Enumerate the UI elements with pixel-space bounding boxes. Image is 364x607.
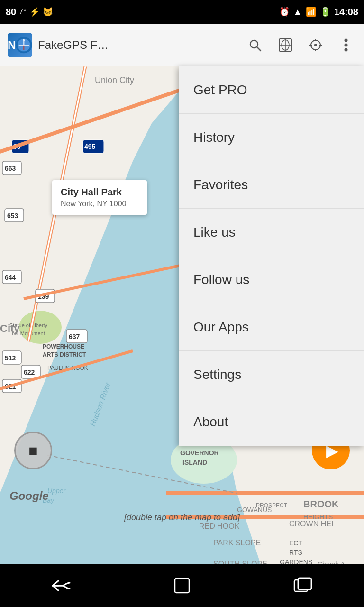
- menu-item-our-apps[interactable]: Our Apps: [179, 304, 364, 351]
- menu-item-about[interactable]: About: [179, 398, 364, 446]
- svg-text:Church A: Church A: [318, 561, 345, 564]
- menu-item-favorites[interactable]: Favorites: [179, 161, 364, 209]
- svg-line-8: [257, 47, 261, 51]
- location-button[interactable]: [305, 35, 326, 55]
- svg-rect-90: [175, 579, 189, 593]
- svg-text:495: 495: [84, 143, 96, 150]
- battery-level: 80: [6, 7, 16, 18]
- svg-text:PROSPECT: PROSPECT: [256, 502, 288, 509]
- notification-icon: 🐱: [43, 7, 53, 17]
- svg-text:653: 653: [7, 212, 18, 220]
- svg-text:ARTS DISTRICT: ARTS DISTRICT: [43, 351, 86, 358]
- battery-icon: 🔋: [320, 7, 330, 17]
- action-bar: N FakeGPS F…: [0, 24, 364, 66]
- svg-text:GOVERNOR: GOVERNOR: [180, 449, 219, 457]
- status-bar: 80 7° ⚡ 🐱 ⏰ ▲ 📶 🔋 14:08: [0, 0, 364, 24]
- svg-text:644: 644: [5, 274, 16, 281]
- place-name: City Hall Park: [61, 187, 138, 198]
- svg-text:ISLAND: ISLAND: [182, 459, 207, 466]
- svg-text:Upper: Upper: [47, 487, 66, 495]
- recents-button[interactable]: [280, 571, 327, 600]
- alarm-icon: ⏰: [279, 7, 290, 17]
- svg-text:SOUTH SLOPE: SOUTH SLOPE: [213, 560, 267, 564]
- svg-text:City: City: [0, 322, 20, 334]
- map-info-card: City Hall Park New York, NY 1000: [52, 180, 147, 215]
- search-button[interactable]: [245, 35, 265, 55]
- menu-item-follow-us[interactable]: Follow us: [179, 256, 364, 304]
- svg-text:663: 663: [5, 165, 16, 172]
- app-title: FakeGPS F…: [38, 38, 245, 52]
- svg-text:637: 637: [69, 333, 80, 340]
- menu-item-history[interactable]: History: [179, 114, 364, 161]
- svg-text:512: 512: [5, 354, 16, 362]
- menu-item-like-us[interactable]: Like us: [179, 209, 364, 256]
- svg-text:RTS: RTS: [289, 549, 302, 556]
- dropdown-menu: Get PRO History Favorites Like us Follow…: [179, 66, 364, 446]
- home-button[interactable]: [158, 571, 206, 600]
- svg-text:ECT: ECT: [289, 539, 302, 547]
- back-button[interactable]: [37, 571, 84, 600]
- svg-text:RED HOOK: RED HOOK: [199, 522, 240, 530]
- nav-bar: [0, 564, 364, 607]
- google-brand: Google: [9, 489, 49, 503]
- more-button[interactable]: [336, 35, 356, 55]
- svg-text:Union City: Union City: [95, 75, 134, 85]
- svg-text:GARDENS: GARDENS: [280, 558, 312, 564]
- svg-text:PARK SLOPE: PARK SLOPE: [213, 539, 261, 547]
- double-tap-hint: [double tap on the map to add]: [0, 513, 364, 523]
- menu-item-settings[interactable]: Settings: [179, 351, 364, 398]
- svg-point-20: [345, 43, 348, 46]
- time-display: 14:08: [334, 7, 358, 18]
- signal-icon: 📶: [306, 7, 316, 17]
- place-address: New York, NY 1000: [61, 200, 138, 208]
- svg-point-21: [345, 48, 348, 51]
- menu-item-get-pro[interactable]: Get PRO: [179, 66, 364, 114]
- svg-point-14: [314, 44, 317, 46]
- svg-text:BROOK: BROOK: [303, 499, 339, 509]
- stop-button[interactable]: [14, 432, 52, 469]
- action-icons: [245, 35, 356, 55]
- svg-text:N: N: [23, 39, 25, 42]
- wifi-icon: ▲: [293, 7, 302, 17]
- svg-rect-92: [298, 578, 311, 589]
- app-logo: N: [8, 33, 32, 57]
- lightning-icon: ⚡: [29, 7, 40, 17]
- status-right: ⏰ ▲ 📶 🔋 14:08: [279, 7, 358, 18]
- status-left: 80 7° ⚡ 🐱: [6, 7, 53, 18]
- temperature: 7°: [19, 8, 26, 16]
- map-button[interactable]: [275, 35, 296, 55]
- svg-text:622: 622: [24, 368, 35, 376]
- svg-point-19: [345, 38, 348, 42]
- svg-text:POWERHOUSE: POWERHOUSE: [43, 343, 84, 350]
